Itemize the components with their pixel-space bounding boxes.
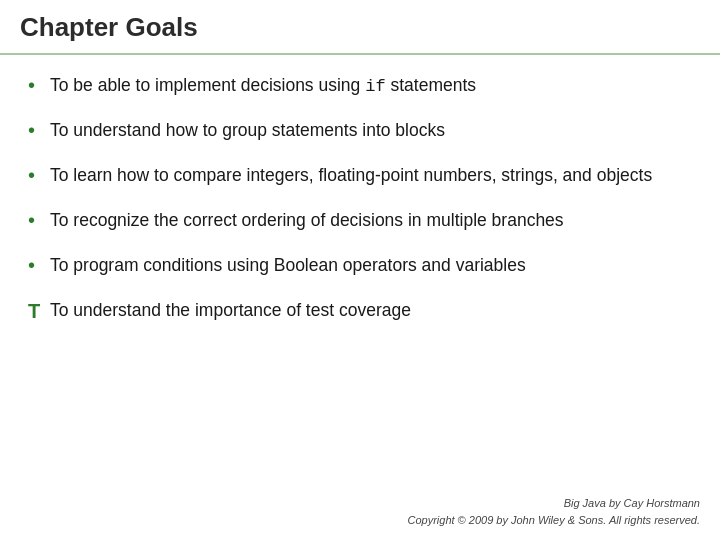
bullet-text: To recognize the correct ordering of dec…: [50, 208, 692, 233]
content-area: • To be able to implement decisions usin…: [0, 55, 720, 487]
footer: Big Java by Cay Horstmann Copyright © 20…: [0, 487, 720, 540]
bullet-text: To understand how to group statements in…: [50, 118, 692, 143]
page-container: Chapter Goals • To be able to implement …: [0, 0, 720, 540]
bullet-icon: •: [28, 251, 50, 280]
t-bullet-icon: T: [28, 297, 50, 326]
bullet-text: To learn how to compare integers, floati…: [50, 163, 692, 188]
list-item: T To understand the importance of test c…: [28, 298, 692, 326]
page-header: Chapter Goals: [0, 0, 720, 55]
list-item: • To understand how to group statements …: [28, 118, 692, 145]
bullet-text: To understand the importance of test cov…: [50, 298, 692, 323]
bullet-icon: •: [28, 116, 50, 145]
bullet-text: To program conditions using Boolean oper…: [50, 253, 692, 278]
list-item: • To learn how to compare integers, floa…: [28, 163, 692, 190]
footer-line1: Big Java by Cay Horstmann: [564, 497, 700, 509]
bullet-text: To be able to implement decisions using …: [50, 73, 692, 100]
list-item: • To be able to implement decisions usin…: [28, 73, 692, 100]
footer-line2: Copyright © 2009 by John Wiley & Sons. A…: [407, 514, 700, 526]
page-title: Chapter Goals: [20, 12, 198, 42]
inline-code: if: [365, 77, 385, 96]
list-item: • To recognize the correct ordering of d…: [28, 208, 692, 235]
bullet-icon: •: [28, 206, 50, 235]
bullet-icon: •: [28, 161, 50, 190]
list-item: • To program conditions using Boolean op…: [28, 253, 692, 280]
bullet-icon: •: [28, 71, 50, 100]
